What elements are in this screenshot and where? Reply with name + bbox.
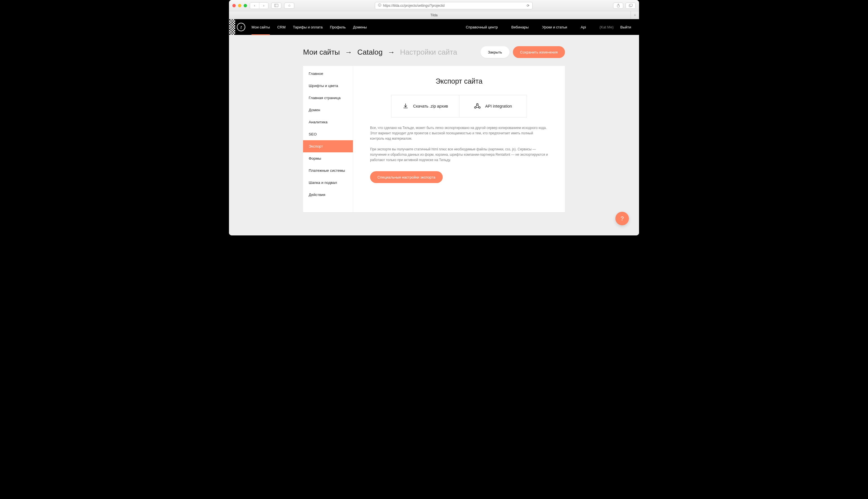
download-icon	[402, 103, 409, 110]
sidebar-item-8[interactable]: Платежные системы	[303, 165, 353, 177]
traffic-lights	[232, 4, 247, 7]
sidebar-item-5[interactable]: SEO	[303, 128, 353, 140]
nav-link-уроки-и-статьи[interactable]: Уроки и статьи	[542, 25, 567, 29]
crumb-my-sites[interactable]: Мои сайты	[303, 48, 340, 57]
bookmark-button[interactable]: ☆	[284, 2, 294, 9]
cta-row: Специальные настройки экспорта	[370, 171, 548, 183]
nav-link-справочный-центр[interactable]: Справочный центр	[466, 25, 498, 29]
top-nav: t Мои сайтыCRMТарифы и оплатаПрофильДоме…	[229, 19, 639, 35]
api-icon	[474, 103, 481, 110]
decorative-zigzag	[229, 19, 235, 35]
sidebar-item-2[interactable]: Главная страница	[303, 92, 353, 104]
settings-sidebar: ГлавноеШрифты и цветаГлавная страницаДом…	[303, 66, 353, 212]
settings-card: ГлавноеШрифты и цветаГлавная страницаДом…	[303, 66, 565, 212]
export-description-1: Все, что сделано на Тильде, может быть л…	[370, 125, 548, 142]
forward-button[interactable]: ›	[259, 2, 268, 9]
new-tab-button[interactable]: +	[631, 11, 639, 19]
svg-point-10	[474, 107, 476, 108]
sidebar-item-1[interactable]: Шрифты и цвета	[303, 80, 353, 92]
lock-icon: t	[378, 3, 381, 8]
content-title: Экспорт сайта	[370, 77, 548, 85]
export-description-2: При экспорте вы получаете статичный html…	[370, 147, 548, 163]
crumb-catalog[interactable]: Catalog	[357, 48, 383, 57]
url-bar[interactable]: t https://tilda.cc/projects/settings/?pr…	[375, 2, 533, 9]
safari-titlebar: ‹ › ☆ t https://tilda.cc/projects/settin…	[229, 0, 639, 11]
nav-user[interactable]: (Kat Me)	[600, 25, 614, 29]
nav-back-forward: ‹ ›	[250, 2, 268, 9]
export-options: Скачать .zip архив API integration	[391, 95, 527, 118]
option-zip-label: Скачать .zip архив	[413, 104, 448, 108]
close-window-button[interactable]	[232, 4, 236, 7]
option-api-label: API integration	[485, 104, 512, 108]
settings-content: Экспорт сайта Скачать .zip архив	[353, 66, 565, 212]
page-header: Мои сайты → Catalog → Настройки сайта За…	[303, 46, 565, 58]
nav-item-crm[interactable]: CRM	[277, 19, 285, 35]
nav-item-тарифы-и-оплата[interactable]: Тарифы и оплата	[293, 19, 322, 35]
minimize-window-button[interactable]	[238, 4, 241, 7]
sidebar-item-10[interactable]: Действия	[303, 189, 353, 201]
nav-link-вебинары[interactable]: Вебинары	[512, 25, 529, 29]
special-export-settings-button[interactable]: Специальные настройки экспорта	[370, 171, 443, 183]
svg-rect-0	[274, 4, 278, 7]
sidebar-toggle-button[interactable]	[271, 2, 281, 9]
back-button[interactable]: ‹	[250, 2, 259, 9]
tabs-button[interactable]	[625, 2, 636, 9]
svg-rect-7	[630, 4, 632, 7]
breadcrumb: Мои сайты → Catalog → Настройки сайта	[303, 48, 457, 57]
nav-link-api[interactable]: Api	[581, 25, 586, 29]
sidebar-item-0[interactable]: Главное	[303, 68, 353, 80]
nav-logout[interactable]: Выйти	[621, 25, 632, 29]
nav-item-домены[interactable]: Домены	[353, 19, 367, 35]
header-actions: Закрыть Сохранить изменения	[480, 46, 565, 58]
sidebar-item-7[interactable]: Формы	[303, 153, 353, 165]
option-api-integration[interactable]: API integration	[459, 95, 527, 117]
svg-text:t: t	[379, 4, 380, 7]
url-text: https://tilda.cc/projects/settings/?proj…	[383, 4, 445, 8]
nav-right: Справочный центрВебинарыУроки и статьиAp…	[466, 25, 631, 29]
crumb-arrow-icon: →	[345, 48, 352, 57]
option-download-zip[interactable]: Скачать .zip архив	[391, 95, 459, 117]
nav-item-профиль[interactable]: Профиль	[330, 19, 345, 35]
close-button[interactable]: Закрыть	[480, 46, 509, 58]
share-button[interactable]	[613, 2, 623, 9]
page: Мои сайты → Catalog → Настройки сайта За…	[229, 35, 639, 212]
titlebar-right	[613, 2, 636, 9]
nav-left: Мои сайтыCRMТарифы и оплатаПрофильДомены	[252, 19, 367, 35]
tilda-logo[interactable]: t	[237, 23, 245, 31]
help-fab[interactable]: ?	[615, 212, 629, 225]
reload-icon[interactable]: ⟳	[527, 4, 529, 8]
sidebar-item-9[interactable]: Шапка и подвал	[303, 177, 353, 189]
fullscreen-window-button[interactable]	[244, 4, 247, 7]
svg-line-13	[478, 105, 479, 107]
svg-point-11	[478, 107, 480, 108]
browser-window: ‹ › ☆ t https://tilda.cc/projects/settin…	[229, 0, 639, 235]
svg-line-12	[476, 105, 477, 107]
app-viewport: t Мои сайтыCRMТарифы и оплатаПрофильДоме…	[229, 19, 639, 235]
browser-tabbar: Tilda +	[229, 11, 639, 19]
crumb-arrow-icon: →	[388, 48, 395, 57]
save-button[interactable]: Сохранить изменения	[513, 46, 565, 58]
svg-point-9	[477, 104, 478, 105]
sidebar-item-6[interactable]: Экспорт	[303, 140, 353, 153]
tab-title[interactable]: Tilda	[430, 13, 438, 17]
crumb-current: Настройки сайта	[400, 48, 457, 57]
sidebar-item-3[interactable]: Домен	[303, 104, 353, 116]
nav-item-мои-сайты[interactable]: Мои сайты	[252, 19, 270, 35]
sidebar-item-4[interactable]: Аналитика	[303, 116, 353, 128]
